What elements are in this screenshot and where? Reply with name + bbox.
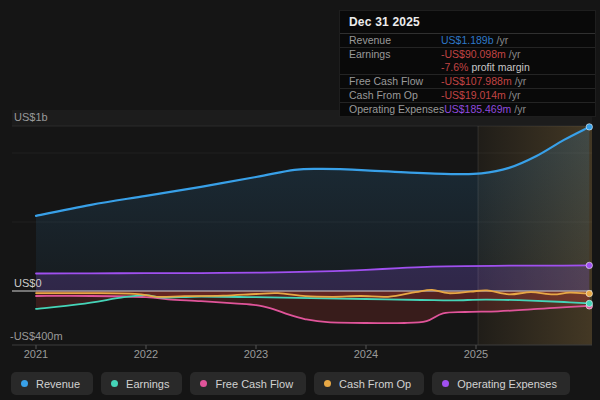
series-cash-from-op-endpoint (586, 290, 592, 296)
legend-item-cash-from-op[interactable]: Cash From Op (314, 372, 424, 395)
revenue-legend-dot-icon (21, 380, 28, 387)
legend-label-earnings: Earnings (126, 378, 169, 390)
tooltip-label-revenue: Revenue (349, 34, 441, 47)
legend-item-revenue[interactable]: Revenue (11, 372, 93, 395)
earnings-legend-dot-icon (111, 380, 118, 387)
tooltip-suffix-free-cash-flow: /yr (515, 75, 527, 88)
tooltip-value-free-cash-flow: -US$107.988m (441, 75, 512, 88)
y-axis-label: -US$400m (10, 330, 63, 342)
y-axis-label: US$0 (14, 277, 42, 289)
series-earnings-endpoint (586, 300, 592, 306)
tooltip-date: Dec 31 2025 (340, 11, 595, 34)
legend-item-free-cash-flow[interactable]: Free Cash Flow (190, 372, 306, 395)
tooltip-row-cash-from-op: Cash From Op-US$19.014m /yr (340, 89, 595, 103)
x-axis-label-2023: 2023 (244, 348, 268, 360)
legend-label-cash-from-op: Cash From Op (339, 378, 411, 390)
legend-item-earnings[interactable]: Earnings (101, 372, 182, 395)
tooltip-label-cash-from-op: Cash From Op (349, 89, 441, 102)
tooltip-rows: RevenueUS$1.189b /yrEarnings-US$90.098m … (340, 34, 595, 116)
tooltip-value-revenue: US$1.189b (441, 34, 494, 47)
tooltip-row-free-cash-flow: Free Cash Flow-US$107.988m /yr (340, 75, 595, 89)
operating-expenses-legend-dot-icon (442, 380, 449, 387)
tooltip-row-revenue: RevenueUS$1.189b /yr (340, 34, 595, 48)
legend-label-operating-expenses: Operating Expenses (457, 378, 557, 390)
x-axis-label-2021: 2021 (24, 348, 48, 360)
tooltip-row-earnings: Earnings-US$90.098m /yr (340, 48, 595, 61)
tooltip-value-operating-expenses: US$185.469m (444, 103, 511, 116)
y-axis-label: US$1b (14, 111, 48, 123)
tooltip-value-cash-from-op: -US$19.014m (441, 89, 506, 102)
legend-item-operating-expenses[interactable]: Operating Expenses (432, 372, 570, 395)
tooltip-label-earnings: Earnings (349, 48, 441, 61)
tooltip-suffix-cash-from-op: /yr (509, 89, 521, 102)
tooltip-value-earnings: -US$90.098m (441, 48, 506, 61)
chart-legend: RevenueEarningsFree Cash FlowCash From O… (11, 372, 570, 395)
tooltip-suffix-operating-expenses: /yr (514, 103, 526, 116)
tooltip-label-operating-expenses: Operating Expenses (349, 103, 444, 116)
tooltip-label-free-cash-flow: Free Cash Flow (349, 75, 441, 88)
legend-label-revenue: Revenue (36, 378, 80, 390)
series-operating-expenses-endpoint (586, 262, 592, 268)
cash-from-op-legend-dot-icon (324, 380, 331, 387)
x-axis-label-2024: 2024 (354, 348, 378, 360)
tooltip-suffix-revenue: /yr (497, 34, 509, 47)
tooltip-row-operating-expenses: Operating ExpensesUS$185.469m /yr (340, 103, 595, 116)
tooltip-suffix-profit-margin: profit margin (471, 61, 529, 74)
x-axis-label-2022: 2022 (134, 348, 158, 360)
tooltip-row-profit-margin: -7.6% profit margin (340, 61, 595, 75)
series-revenue-endpoint (586, 124, 592, 130)
x-axis-label-2025: 2025 (464, 348, 488, 360)
free-cash-flow-legend-dot-icon (200, 380, 207, 387)
legend-label-free-cash-flow: Free Cash Flow (215, 378, 293, 390)
chart-tooltip: Dec 31 2025 RevenueUS$1.189b /yrEarnings… (339, 10, 596, 117)
tooltip-value-profit-margin: -7.6% (441, 61, 468, 74)
tooltip-suffix-earnings: /yr (509, 48, 521, 61)
